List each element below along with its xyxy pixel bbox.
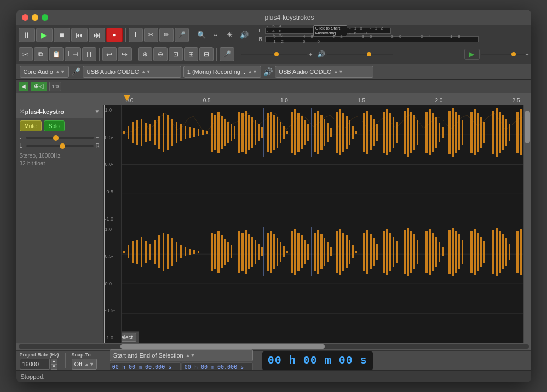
fit-view-button[interactable]: ◀ (19, 82, 28, 91)
svg-rect-74 (386, 109, 388, 155)
select-tool-button[interactable]: I (129, 28, 143, 42)
svg-rect-75 (389, 113, 391, 152)
speaker-icon[interactable]: 🔊 (238, 28, 251, 42)
gain-plus: + (309, 51, 313, 57)
volume-slider-track[interactable] (327, 54, 393, 55)
y2-neg0.5: -0.5- (105, 308, 120, 313)
gain-slider-track[interactable] (241, 54, 307, 55)
input-device-select[interactable]: USB Audio CODEC ▲▼ (83, 66, 181, 78)
mute-button[interactable]: Mute (20, 120, 42, 131)
start-time-value: 00 h 00 m 00.000 s (112, 364, 171, 370)
selection-type-dropdown[interactable]: Start and End of Selection ▲▼ (110, 349, 253, 361)
input-device-arrow: ▲▼ (141, 69, 151, 74)
vu-meters: L -54 -48 -42 Click to Start Monitoring … (259, 27, 479, 43)
track-gain-thumb[interactable] (53, 135, 59, 141)
minimize-button[interactable] (32, 14, 38, 21)
maximize-button[interactable] (42, 14, 48, 21)
track-close-button[interactable]: ✕ (20, 108, 24, 114)
skip-start-button[interactable]: ⏮ (71, 28, 88, 42)
svg-rect-160 (245, 230, 247, 274)
paste-button[interactable]: 📋 (49, 47, 64, 61)
mic-button[interactable]: 🎤 (175, 28, 189, 42)
svg-rect-32 (238, 112, 240, 153)
rate-up-arrow[interactable]: ▲ (51, 359, 57, 364)
waveform-channel-2[interactable]: 1.0 0.5- 0.0- -0.5- -1.0 (104, 224, 523, 343)
select-button[interactable]: Select (114, 333, 137, 342)
copy-button[interactable]: ⧉ (34, 47, 48, 61)
snap-to-select[interactable]: Off ▲▼ (72, 359, 97, 370)
svg-rect-173 (286, 251, 288, 253)
draw-tool-button[interactable]: ✏ (159, 28, 174, 42)
rate-down-arrow[interactable]: ▼ (51, 364, 57, 370)
svg-rect-198 (376, 244, 378, 260)
svg-rect-33 (241, 113, 244, 152)
play-button[interactable]: ▶ (36, 28, 53, 42)
svg-rect-82 (417, 120, 418, 145)
trim-button[interactable]: ⊢⊣ (65, 47, 81, 61)
zoom-sel-icon[interactable]: ✳ (223, 28, 237, 42)
track-menu-button[interactable]: ▼ (95, 108, 100, 114)
project-rate-section: Project Rate (Hz) ▲ ▼ (20, 352, 59, 370)
undo-button[interactable]: ↩ (102, 47, 117, 61)
zoom-fit-button[interactable]: ⊡ (169, 47, 183, 61)
svg-rect-28 (224, 119, 226, 146)
envelope-tool-button[interactable]: ✂ (144, 28, 158, 42)
playback-device-select[interactable]: USB Audio CODEC ▲▼ (275, 66, 373, 78)
cut-button[interactable]: ✂ (19, 47, 33, 61)
vu-l-label: L (259, 28, 263, 33)
zoom-out-icon[interactable]: ↔ (209, 28, 222, 42)
horizontal-scrollbar-thumb[interactable] (120, 344, 325, 349)
zoom-custom-button[interactable]: ⊟ (199, 47, 214, 61)
svg-rect-233 (516, 231, 519, 273)
ruler-mark-1: 0.5 (203, 97, 211, 103)
output-device-select[interactable]: Core Audio ▲▼ (20, 66, 69, 78)
skip-end-button[interactable]: ⏭ (89, 28, 105, 42)
green-slider-track[interactable] (481, 54, 525, 55)
y2-0.0: 0.0- (105, 281, 120, 286)
svg-rect-83 (421, 108, 421, 157)
track-gain-slider[interactable] (26, 137, 94, 139)
track-pan-thumb[interactable] (60, 143, 65, 149)
green-slider-thumb[interactable] (511, 52, 516, 56)
svg-rect-61 (336, 112, 338, 153)
vertical-scrollbar[interactable] (523, 105, 531, 343)
y-axis-2: 1.0 0.5- 0.0- -0.5- -1.0 (104, 224, 122, 343)
svg-rect-63 (342, 113, 344, 152)
close-button[interactable] (22, 14, 28, 21)
waveform-channel-1[interactable]: 1.0 0.5- 0.0- -0.5- -1.0 (104, 105, 523, 224)
svg-rect-15 (171, 119, 173, 146)
svg-rect-153 (217, 231, 220, 273)
svg-rect-159 (241, 233, 244, 271)
zoom-out-button[interactable]: ⊖ (153, 47, 168, 61)
zoom-in-button[interactable]: ⊕ (138, 47, 152, 61)
redo-button[interactable]: ↪ (118, 47, 132, 61)
pause-button[interactable]: ⏸ (19, 28, 35, 42)
ruler-mark-5: 2.5 (513, 97, 520, 103)
zoom-view-button[interactable]: ⊕◁ (31, 82, 47, 91)
vertical-scroll-thumb[interactable] (525, 111, 530, 143)
svg-rect-194 (363, 233, 365, 271)
gain-slider-thumb[interactable] (274, 52, 279, 56)
solo-button[interactable]: Solo (44, 120, 65, 131)
playback-device-arrow: ▲▼ (333, 69, 343, 74)
horizontal-scrollbar-track[interactable] (19, 344, 529, 349)
svg-rect-196 (370, 234, 372, 269)
green-play-button[interactable]: ▶ (464, 49, 480, 60)
record-button[interactable]: ● (106, 28, 123, 42)
separator6 (216, 48, 217, 61)
silence-button[interactable]: ||| (82, 47, 96, 61)
svg-rect-76 (393, 117, 394, 148)
zoom-sel-button[interactable]: ⊞ (184, 47, 198, 61)
mic-gain-button[interactable]: 🎤 (220, 47, 234, 61)
svg-rect-167 (267, 233, 269, 271)
svg-rect-149 (193, 250, 195, 254)
zoom-in-icon[interactable]: 🔍 (195, 28, 208, 42)
project-rate-input[interactable] (20, 359, 50, 370)
track-expand-button[interactable]: ▲ (106, 334, 113, 341)
svg-rect-96 (474, 109, 476, 155)
volume-slider-thumb[interactable] (367, 52, 371, 56)
stop-button[interactable]: ■ (54, 28, 70, 42)
channels-select[interactable]: 1 (Mono) Recording... ▲▼ (183, 66, 261, 78)
track-pan-slider[interactable] (26, 145, 94, 147)
svg-rect-136 (136, 240, 138, 264)
